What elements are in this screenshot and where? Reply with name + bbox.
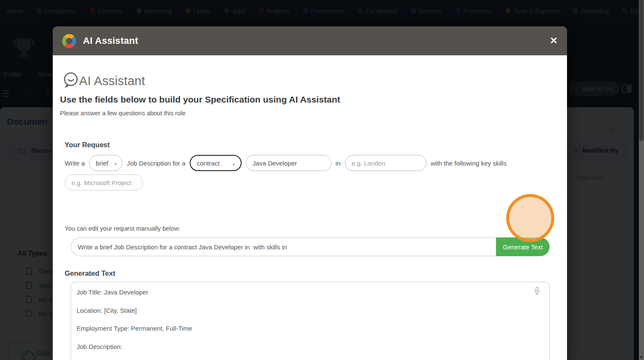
skills-input[interactable] [65, 174, 143, 191]
ai-assistant-modal: AI Assistant ✕ AI Assistant Use the fiel… [53, 26, 567, 360]
skills-lead-label: with the following key skills [431, 160, 507, 167]
role-input[interactable] [246, 155, 331, 171]
scrollbar[interactable]: ▼ [639, 0, 644, 360]
close-icon[interactable]: ✕ [550, 36, 558, 46]
assistant-note: Please answer a few questions about this… [60, 110, 185, 117]
employment-type-select[interactable]: contract ⌄ [190, 155, 242, 171]
scrollbar-thumb[interactable] [639, 0, 644, 141]
screen: Home Companies Contacts Marketing Leads … [0, 0, 644, 360]
modal-body: AI Assistant Use the fields below to bui… [53, 55, 567, 360]
generate-text-button[interactable]: Generate Text [496, 237, 550, 256]
your-request-title: Your Request [65, 141, 110, 149]
generated-text-title: Generated Text [65, 269, 115, 277]
manual-request-input[interactable] [71, 237, 496, 256]
chevron-down-icon: ⌄ [232, 160, 236, 166]
location-input[interactable] [345, 155, 427, 171]
write-a-label: Write a [65, 160, 85, 167]
chat-smile-icon [62, 71, 80, 90]
manual-request-row: Generate Text [71, 237, 550, 256]
chevron-down-icon: ⌄ [113, 160, 117, 166]
ai-logo-icon [62, 34, 76, 48]
scroll-down-arrow-icon[interactable]: ▼ [639, 354, 644, 360]
request-form: Write a brief ⌄ Job Description for a co… [65, 155, 542, 191]
jd-for-label: Job Description for a [127, 160, 185, 167]
modal-header: AI Assistant ✕ [53, 26, 567, 55]
in-label: in [336, 160, 341, 167]
generated-textarea[interactable]: Job Title: Java Developer Location: [Cit… [71, 282, 550, 360]
assistant-subheading: Use the fields below to build your Speci… [60, 94, 340, 105]
generated-text-content: Job Title: Java Developer Location: [Cit… [77, 288, 532, 360]
edit-hint-label: You can edit your request manually below… [65, 225, 180, 232]
microphone-icon[interactable] [533, 286, 541, 296]
length-select[interactable]: brief ⌄ [89, 155, 123, 171]
modal-title: AI Assistant [83, 35, 138, 46]
assistant-heading: AI Assistant [79, 74, 145, 88]
